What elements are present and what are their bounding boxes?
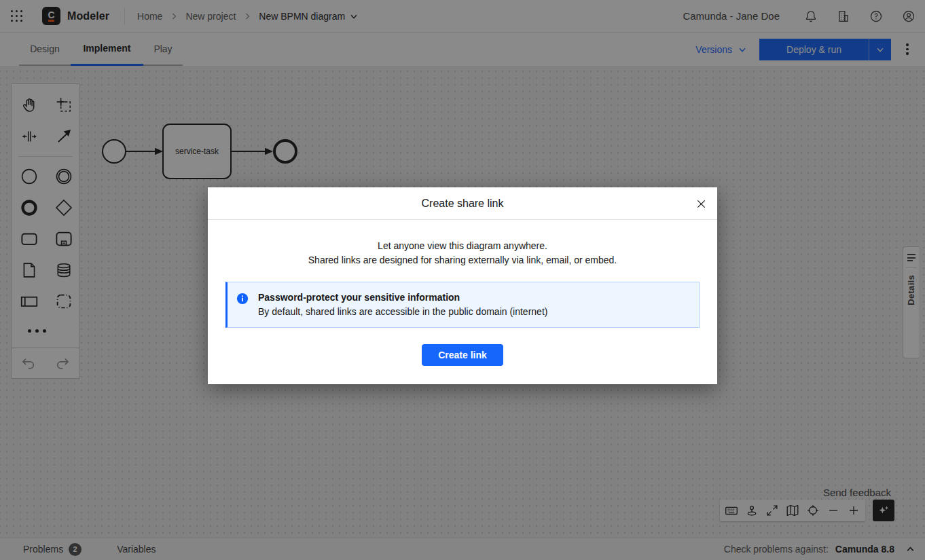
modal-body: Let anyone view this diagram anywhere. S… — [208, 220, 717, 384]
modal-header: Create share link — [208, 187, 717, 220]
create-link-button[interactable]: Create link — [422, 344, 503, 366]
info-icon — [236, 293, 249, 305]
close-icon — [696, 199, 706, 209]
share-description-line1: Let anyone view this diagram anywhere. — [225, 239, 700, 253]
info-notification: Password-protect your sensitive informat… — [225, 282, 700, 328]
camunda-modeler-app: C Modeler Home New project New BPMN diag… — [0, 0, 925, 560]
create-share-link-modal: Create share link Let anyone view this d… — [208, 187, 717, 384]
close-button[interactable] — [685, 187, 717, 220]
notification-subtitle: By default, shared links are accessible … — [258, 305, 547, 318]
notification-title: Password-protect your sensitive informat… — [258, 291, 547, 304]
share-description-line2: Shared links are designed for sharing ex… — [225, 253, 700, 267]
modal-title: Create share link — [422, 198, 504, 210]
